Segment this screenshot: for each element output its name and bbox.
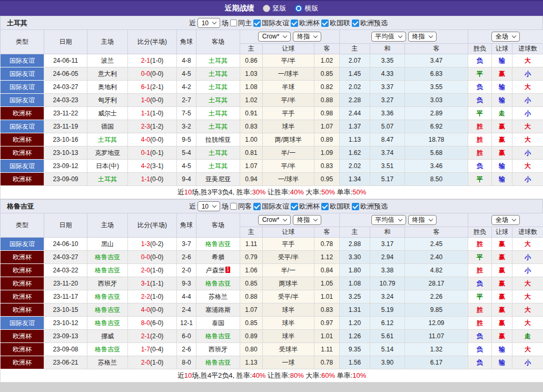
odds-company-select[interactable]: Crow* [258,215,291,225]
checkbox-checked-icon[interactable] [321,19,329,27]
radio-checked-icon[interactable] [295,5,302,12]
home-team: 格鲁吉亚 [87,290,128,303]
same-venue-checkbox[interactable]: 同主 [230,18,252,28]
league-checkbox-1[interactable]: 欧洲杯 [291,18,320,28]
result-handicap: 赢 [492,317,512,330]
final-index-select-2[interactable]: 终指 [408,32,437,42]
league-checkbox-3[interactable]: 欧洲预选 [352,18,388,28]
checkbox-checked-icon[interactable] [291,203,298,210]
layout-radio-vertical[interactable]: 竖版 [263,4,287,13]
match-count-select-value: 10 [202,19,209,27]
red-card-count: 1 [225,267,231,273]
avg-home: 1.62 [340,146,370,160]
odds-company-select-value: Crow* [262,33,280,40]
final-index-select[interactable]: 终指 [293,215,321,225]
match-date: 23-11-22 [44,107,87,120]
home-team: 日本(中) [87,160,128,173]
match-date: 23-09-12 [44,160,87,173]
vertical-radio-label: 竖版 [273,4,287,13]
result-outcome: 胜 [468,120,492,133]
match-count-select[interactable]: 10 [198,201,220,211]
avg-away: 28.17 [405,277,468,290]
odds-away: 0.97 [314,317,340,330]
match-date: 23-11-19 [44,120,87,133]
odds-handicap: 两/两球半 [263,133,314,146]
match-date: 23-10-15 [44,303,87,317]
score: 1-3(0-2) [128,238,177,251]
away-team: 格鲁吉亚 [196,356,240,369]
full-time-score: 0-0 [141,70,150,77]
scope-select[interactable]: 全场 [491,32,520,42]
league-checkbox-0[interactable]: 国际友谊 [253,202,289,211]
result-handicap: 赢 [492,264,512,277]
avg-away: 5.68 [405,146,468,160]
summary-segment: 让胜率: [265,188,290,196]
full-time-score: 8-0 [141,319,150,327]
final-index-select-2[interactable]: 终指 [408,215,437,225]
half-time-score: (0-0) [150,70,163,77]
layout-radio-horizontal[interactable]: 横版 [295,4,319,13]
half-time-score: (0-0) [150,136,163,143]
league-checkbox-3[interactable]: 欧洲预选 [352,202,388,211]
sub-column-header: 让球 [492,227,512,238]
match-row: 欧洲杯23-11-17格鲁吉亚2-2(1-0)4-4苏格兰0.88受平/半1.0… [1,290,543,303]
full-time-score: 1-1 [141,110,150,117]
avg-draw: 10.79 [370,277,405,290]
match-date: 23-09-08 [44,343,87,356]
match-date: 23-10-13 [44,146,87,160]
away-team: 卢森堡1 [196,264,240,277]
league-checkbox-2[interactable]: 欧国联 [321,202,350,211]
league-checkbox-1[interactable]: 欧洲杯 [291,202,320,211]
title-bar: 近期战绩 竖版 横版 [0,0,543,16]
checkbox-checked-icon[interactable] [352,203,359,210]
final-index-select[interactable]: 终指 [293,32,321,42]
result-outcome: 负 [468,81,492,94]
match-type-badge: 欧洲杯 [1,330,44,343]
result-outcome: 胜 [468,133,492,146]
score: 2-0(1-0) [128,264,177,277]
odds-company-select[interactable]: Crow* [258,32,291,42]
checkbox-unchecked-icon[interactable] [230,19,237,26]
checkbox-checked-icon[interactable] [253,19,261,27]
checkbox-checked-icon[interactable] [321,203,329,210]
result-handicap: 赢 [492,146,512,160]
league-checkbox-2[interactable]: 欧国联 [321,18,350,28]
average-select[interactable]: 平均值 [371,215,406,225]
chevron-down-icon [398,34,402,38]
same-venue-checkbox-label: 同主 [238,18,252,28]
average-select[interactable]: 平均值 [371,32,406,42]
odds-home: 0.88 [240,290,263,303]
away-team: 西班牙 [196,343,240,356]
checkbox-checked-icon[interactable] [352,19,359,27]
league-checkbox-0[interactable]: 国际友谊 [253,18,289,28]
avg-draw: 5.19 [370,303,405,317]
match-date: 24-06-05 [44,67,87,81]
summary-segment: 30% [252,188,265,196]
match-row: 国际友谊23-11-19德国2-3(1-2)3-2土耳其0.83球半1.071.… [1,120,543,133]
match-count-select[interactable]: 10 [198,18,220,28]
checkbox-unchecked-icon[interactable] [230,203,237,210]
checkbox-checked-icon[interactable] [291,19,298,27]
column-header: 客场 [196,213,240,238]
scope-select[interactable]: 全场 [491,215,520,225]
checkbox-checked-icon[interactable] [253,203,261,210]
summary-segment: 50% [352,188,366,196]
match-date: 23-09-13 [44,330,87,343]
home-team: 挪威 [87,330,128,343]
sub-column-header: 让球 [492,44,512,54]
odds-home: 1.08 [240,81,263,94]
radio-unchecked-icon[interactable] [263,5,270,12]
result-handicap: 赢 [492,277,512,290]
full-time-score: 4-0 [141,306,150,313]
same-venue-checkbox[interactable]: 同客 [230,202,252,211]
home-team: 德国 [87,120,128,133]
result-goals: 小 [512,251,543,264]
odds-home: 1.13 [240,356,263,369]
half-time-score: (0-2) [150,240,163,248]
half-time-score: (1-0) [150,267,163,274]
match-type-badge: 欧洲杯 [1,290,44,303]
avg-away: 3.46 [405,160,468,173]
match-date: 23-10-12 [44,317,87,330]
result-handicap: 赢 [492,330,512,343]
odds-away: 0.85 [314,67,340,81]
